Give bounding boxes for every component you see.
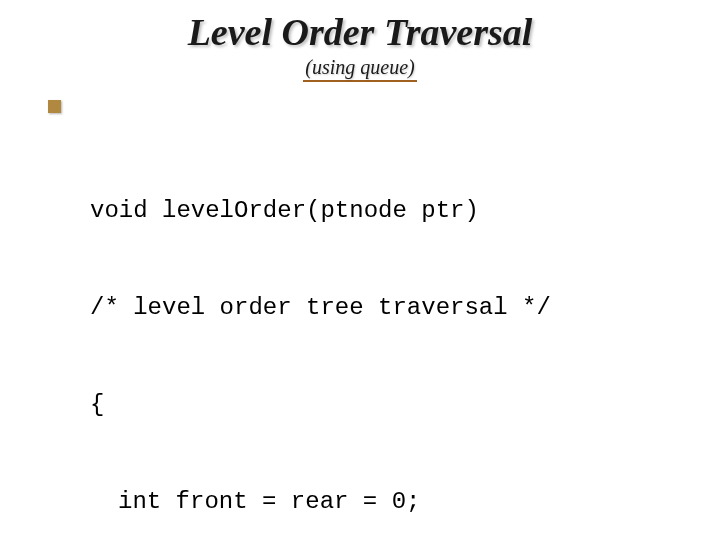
code-line: void levelOrder(ptnode ptr) [90, 195, 622, 227]
slide-container: Level Order Traversal (using queue) void… [0, 0, 720, 540]
subtitle-wrap: (using queue) [0, 56, 720, 82]
slide-title: Level Order Traversal [0, 10, 720, 54]
code-line: /* level order tree traversal */ [90, 292, 622, 324]
code-line: { [90, 389, 622, 421]
slide-subtitle: (using queue) [303, 56, 416, 82]
accent-square-icon [48, 100, 61, 113]
code-line: int front = rear = 0; [90, 486, 622, 518]
code-block: void levelOrder(ptnode ptr) /* level ord… [90, 130, 622, 540]
